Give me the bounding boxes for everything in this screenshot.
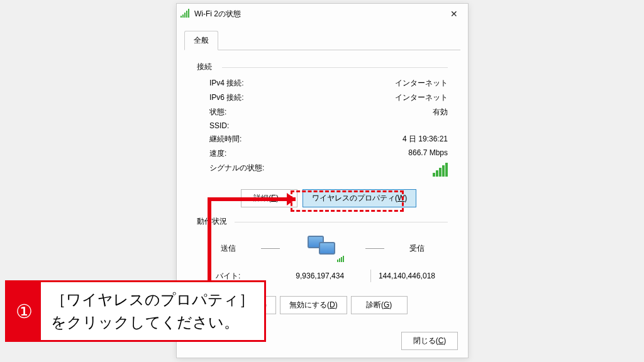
- ipv6-value: インターネット: [395, 92, 448, 103]
- tab-general[interactable]: 全般: [184, 31, 218, 50]
- svg-rect-4: [188, 9, 189, 18]
- connection-group-label: 接続: [197, 62, 448, 72]
- svg-rect-0: [180, 16, 182, 18]
- duration-row: 継続時間: 4 日 19:36:21: [197, 132, 448, 146]
- wireless-properties-button[interactable]: ワイヤレスのプロパティ(W): [303, 189, 416, 207]
- titlebar: Wi-Fi 2の状態 ✕: [177, 4, 468, 24]
- ipv4-label: IPv4 接続:: [209, 78, 244, 89]
- recv-label: 受信: [409, 243, 425, 254]
- window-title: Wi-Fi 2の状態: [194, 9, 444, 19]
- svg-rect-2: [184, 13, 186, 18]
- signal-bars-icon: [433, 163, 448, 177]
- activity-group-label: 動作状況: [197, 216, 448, 227]
- annotation-arrow: [208, 197, 296, 201]
- svg-rect-1: [182, 14, 184, 18]
- ssid-label: SSID:: [209, 121, 229, 130]
- speed-value: 866.7 Mbps: [408, 148, 448, 159]
- bytes-label: バイト:: [209, 271, 277, 282]
- ipv4-value: インターネット: [395, 78, 448, 89]
- state-value: 有効: [433, 107, 448, 118]
- svg-rect-3: [186, 11, 187, 18]
- close-button[interactable]: 閉じる(C): [401, 332, 458, 350]
- tab-container: 全般 接続 IPv4 接続: インターネット IPv6 接続: インターネット …: [177, 24, 468, 321]
- state-row: 状態: 有効: [197, 105, 448, 119]
- signal-row: シグナルの状態:: [197, 161, 448, 180]
- callout-number: ①: [7, 282, 41, 340]
- footer: 閉じる(C): [401, 332, 458, 350]
- duration-label: 継続時間:: [209, 134, 242, 145]
- close-icon[interactable]: ✕: [444, 5, 464, 23]
- bytes-recv-value: 144,140,446,018: [379, 272, 435, 280]
- ipv4-row: IPv4 接続: インターネット: [197, 76, 448, 90]
- ipv6-row: IPv6 接続: インターネット: [197, 90, 448, 105]
- diagnose-button[interactable]: 診断(G): [351, 296, 408, 314]
- activity-header: 送信 受信: [197, 231, 448, 266]
- ipv6-label: IPv6 接続:: [209, 92, 244, 103]
- bytes-sent-value: 9,936,197,434: [277, 272, 362, 280]
- tabs: 全般: [184, 30, 460, 50]
- wifi-icon: [180, 9, 191, 19]
- annotation-arrow-vertical: [208, 197, 211, 290]
- ssid-row: SSID:: [197, 119, 448, 132]
- disable-button[interactable]: 無効にする(D): [280, 296, 347, 314]
- signal-label: シグナルの状態:: [209, 163, 264, 178]
- signal-value: [433, 163, 448, 178]
- speed-label: 速度:: [209, 148, 226, 159]
- state-label: 状態:: [209, 107, 226, 118]
- network-activity-icon: [305, 236, 340, 261]
- callout-text: ［ワイヤレスのプロパティ］ をクリックしてください。: [41, 282, 264, 340]
- instruction-callout: ① ［ワイヤレスのプロパティ］ をクリックしてください。: [5, 280, 266, 342]
- speed-row: 速度: 866.7 Mbps: [197, 146, 448, 161]
- sent-label: 送信: [221, 243, 236, 254]
- duration-value: 4 日 19:36:21: [402, 134, 448, 145]
- activity-section: 送信 受信: [197, 231, 448, 286]
